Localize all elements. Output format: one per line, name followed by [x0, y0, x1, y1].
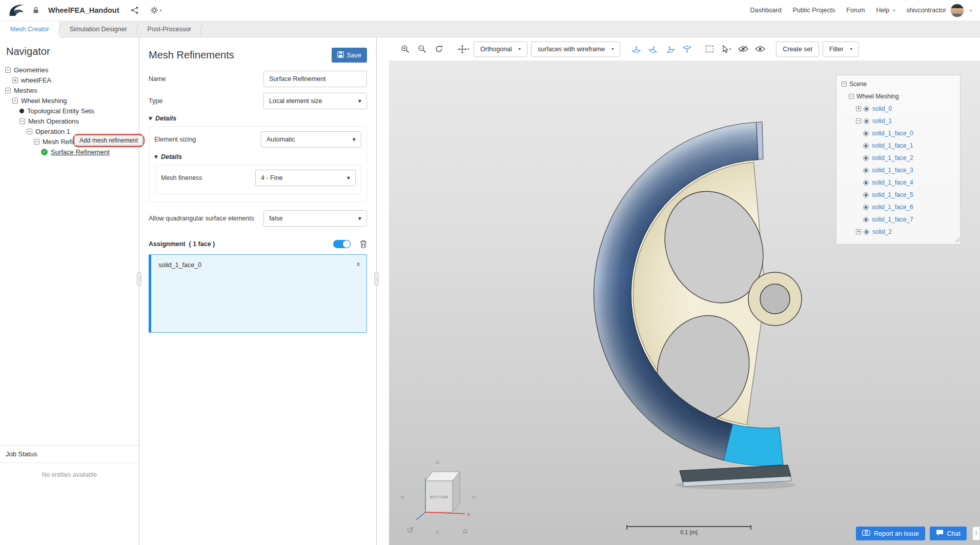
collapse-icon[interactable]: − [12, 98, 18, 104]
viewer-area: ▾ Orthogonal ▾ surfaces with wireframe ▾ [389, 37, 980, 545]
trash-icon[interactable] [360, 240, 367, 248]
render-mode-button[interactable]: surfaces with wireframe ▾ [531, 42, 620, 57]
cursor-select-icon[interactable]: ▾ [720, 43, 733, 56]
collapse-icon[interactable]: − [34, 139, 39, 145]
zoom-in-icon[interactable] [398, 43, 412, 56]
create-set-button[interactable]: Create set [776, 42, 819, 57]
face-icon [863, 217, 869, 223]
collapse-icon[interactable]: − [5, 88, 11, 93]
scene-node-wheel-meshing[interactable]: − Wheel Meshing [839, 90, 958, 103]
tree-item-wheelfea[interactable]: + wheelFEA [0, 75, 139, 85]
tree-item-mesh-operations[interactable]: − Mesh Operations [0, 116, 139, 126]
user-menu[interactable]: shivcontractor ▾ [906, 4, 972, 17]
chat-button[interactable]: Chat [930, 527, 967, 540]
app-logo-icon [8, 3, 26, 17]
expand-icon[interactable]: + [12, 77, 18, 83]
notification-tab[interactable]: ! [972, 527, 980, 540]
scene-node-face[interactable]: solid_1_face_4 [839, 176, 958, 189]
tab-post-processor[interactable]: Post-Processor [137, 21, 201, 37]
nested-details-section-header[interactable]: ▼ Details [154, 153, 361, 160]
quad-elements-select[interactable]: false ▼ [263, 210, 367, 227]
collapse-icon[interactable]: − [842, 82, 847, 87]
scene-node-solid_0[interactable]: + solid_0 [839, 103, 958, 115]
tree-item-surface-refinement[interactable]: ✓ Surface Refinement [0, 147, 139, 157]
privacy-lock-icon[interactable] [33, 7, 39, 14]
name-input[interactable] [263, 71, 367, 87]
selected-face-solid_1_face_0[interactable] [724, 424, 783, 466]
rotate-left-icon[interactable]: ◃ [400, 493, 404, 500]
navigation-cube[interactable]: BOTTOM x ▵ ▿ ◃ ▹ ↺ ⌂ [398, 456, 483, 538]
3d-canvas[interactable]: − Scene − Wheel Meshing + solid_0 − soli… [389, 60, 980, 545]
axis-x-label: x [467, 512, 470, 517]
collapse-icon[interactable]: − [27, 129, 32, 134]
tab-simulation-designer[interactable]: Simulation Designer [59, 21, 137, 37]
view-iso-icon[interactable] [629, 43, 643, 56]
collapse-icon[interactable]: − [5, 67, 11, 73]
collapse-icon[interactable]: − [849, 94, 854, 99]
details-group: Element sizing Automatic ▼ ▼ Details Mes… [149, 126, 367, 202]
view-right-icon[interactable] [680, 43, 693, 56]
job-status-section: Job Status No entities available [0, 445, 139, 545]
rotate-up-icon[interactable]: ▵ [436, 457, 439, 465]
assignment-toggle[interactable] [333, 240, 351, 248]
scene-node-face[interactable]: solid_1_face_1 [839, 139, 958, 152]
assignment-item[interactable]: solid_1_face_0 [158, 261, 359, 269]
panel-title: Mesh Refinements [149, 49, 234, 61]
scale-bar-line [626, 526, 751, 527]
mesh-fineness-select[interactable]: 4 - Fine ▼ [255, 170, 356, 186]
tab-mesh-creator[interactable]: Mesh Creator [0, 21, 59, 37]
remove-assignment-icon[interactable]: x [357, 260, 360, 268]
scene-node-solid_1[interactable]: − solid_1 [839, 115, 958, 127]
box-select-icon[interactable] [703, 43, 716, 56]
scene-node-face[interactable]: solid_1_face_2 [839, 152, 958, 164]
report-issue-button[interactable]: Report an issue [856, 527, 925, 540]
panel-resize-handle[interactable]: ⋮ [137, 272, 141, 286]
view-top-icon[interactable] [663, 43, 677, 56]
scene-node-face[interactable]: solid_1_face_6 [839, 201, 958, 213]
collapse-icon[interactable]: − [856, 118, 861, 124]
view-front-icon[interactable] [646, 43, 660, 56]
tree-item-topological-entity-sets[interactable]: Topological Entity Sets [0, 106, 139, 116]
zoom-fit-icon[interactable] [415, 43, 428, 56]
scene-node-solid_2[interactable]: + solid_2 [839, 226, 958, 238]
filter-button[interactable]: Filter ▾ [823, 42, 859, 57]
projection-mode-button[interactable]: Orthogonal ▾ [474, 42, 527, 57]
save-button[interactable]: Save [332, 48, 368, 63]
type-select[interactable]: Local element size ▼ [263, 93, 367, 109]
element-sizing-select[interactable]: Automatic ▼ [261, 131, 361, 148]
panel-resize-handle[interactable]: ⋮ [374, 272, 379, 286]
expand-icon[interactable]: + [856, 229, 861, 234]
menu-dashboard[interactable]: Dashboard [750, 7, 781, 14]
show-entity-icon[interactable] [753, 43, 767, 56]
scene-node-face[interactable]: solid_1_face_0 [839, 127, 958, 139]
pan-icon[interactable]: ▾ [457, 43, 470, 56]
expand-icon[interactable]: + [856, 106, 861, 111]
menu-forum[interactable]: Forum [846, 7, 865, 14]
menu-help[interactable]: Help ▾ [876, 7, 895, 14]
home-view-icon[interactable]: ⌂ [463, 527, 468, 535]
scene-node-label: solid_1_face_0 [872, 130, 913, 137]
collapse-icon[interactable]: − [19, 118, 25, 124]
tree-item-wheel-meshing[interactable]: − Wheel Meshing [0, 95, 139, 106]
scene-node-label: solid_2 [872, 228, 892, 235]
settings-gear-icon[interactable]: ▾ [150, 6, 162, 14]
chevron-down-icon: ▾ [519, 47, 521, 51]
scene-node-label: solid_1_face_3 [872, 167, 913, 174]
rotate-right-icon[interactable]: ▹ [473, 493, 476, 500]
scene-node-face[interactable]: solid_1_face_7 [839, 213, 958, 226]
tree-item-meshes[interactable]: − Meshes [0, 85, 139, 95]
tree-item-geometries[interactable]: − Geometries [0, 65, 139, 75]
scene-node-face[interactable]: solid_1_face_5 [839, 189, 958, 201]
reset-view-icon[interactable] [432, 43, 445, 56]
tree-resize-handle[interactable] [954, 236, 959, 244]
scene-node-face[interactable]: solid_1_face_3 [839, 164, 958, 176]
tree-item-mesh-refinements[interactable]: − Mesh Refinements Add mesh refinement [0, 136, 139, 147]
solid-icon [864, 229, 869, 235]
rotate-down-icon[interactable]: ▿ [436, 529, 439, 536]
details-section-header[interactable]: ▼ Details [149, 115, 367, 122]
roll-view-icon[interactable]: ↺ [406, 526, 414, 535]
share-icon[interactable] [131, 6, 139, 14]
menu-public-projects[interactable]: Public Projects [793, 7, 835, 14]
hide-entity-icon[interactable] [737, 43, 750, 56]
scene-node-scene[interactable]: − Scene [839, 78, 958, 90]
